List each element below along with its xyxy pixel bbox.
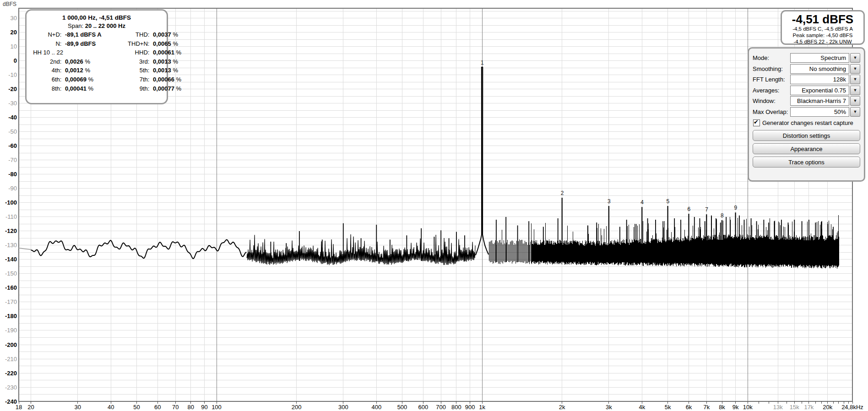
svg-text:-130: -130: [5, 242, 17, 249]
h4-label: 4th:: [30, 67, 63, 74]
svg-text:800: 800: [451, 404, 461, 411]
svg-text:2: 2: [561, 190, 564, 196]
max-overlap-value[interactable]: 50%: [790, 107, 849, 117]
svg-text:-220: -220: [5, 370, 17, 377]
smoothing-label: Smoothing:: [753, 65, 790, 72]
h9-value: 0,00077 %: [153, 85, 181, 92]
averages-row: Averages: Exponential 0.75 ▼: [753, 85, 860, 96]
fft-length-row: FFT Length: 128k ▼: [753, 74, 860, 85]
svg-text:1: 1: [481, 59, 484, 66]
averages-label: Averages:: [753, 87, 790, 94]
chevron-down-icon[interactable]: ▼: [850, 75, 860, 84]
generator-restart-row: Generator changes restart capture: [753, 118, 860, 128]
level-band: -4,5 dBFS 22 - 22k UNW: [782, 38, 863, 45]
mode-select[interactable]: Spectrum ▼: [790, 53, 860, 63]
span-label: Span:: [68, 22, 83, 29]
smoothing-select[interactable]: No smoothing ▼: [790, 64, 860, 74]
generator-restart-checkbox[interactable]: [753, 119, 760, 126]
svg-text:900: 900: [465, 404, 475, 411]
level-peak-sample: Peak sample: -4,50 dBFS: [782, 32, 863, 38]
h7-value: 0,00066 %: [153, 76, 181, 83]
svg-text:-100: -100: [5, 199, 17, 206]
n-value: -89,9 dBFS: [65, 40, 111, 47]
window-row: Window: Blackman-Harris 7 ▼: [753, 96, 860, 107]
svg-text:300: 300: [338, 404, 348, 411]
svg-text:-230: -230: [5, 384, 17, 391]
trace-options-button[interactable]: Trace options: [753, 157, 860, 168]
appearance-button[interactable]: Appearance: [753, 143, 860, 154]
thd-value: 0,0037 %: [153, 31, 181, 38]
nd-label: N+D:: [30, 31, 63, 38]
window-select[interactable]: Blackman-Harris 7 ▼: [790, 96, 860, 106]
svg-text:9: 9: [734, 205, 738, 211]
svg-text:4k: 4k: [639, 404, 645, 411]
distortion-settings-button[interactable]: Distortion settings: [753, 130, 860, 141]
hh-label: HH 10 .. 22: [30, 49, 63, 56]
chevron-down-icon[interactable]: ▼: [850, 64, 860, 74]
hhd-value: 0,00061 %: [153, 49, 181, 56]
svg-text:-150: -150: [5, 270, 17, 277]
level-value: -4,51 dBFS: [782, 13, 863, 26]
svg-text:-20: -20: [8, 86, 17, 92]
h6-value: 0,00069 %: [65, 76, 111, 83]
svg-text:8: 8: [721, 212, 724, 219]
svg-text:80: 80: [188, 404, 194, 411]
svg-text:600: 600: [418, 404, 429, 411]
smoothing-value[interactable]: No smoothing: [790, 64, 849, 74]
svg-text:-60: -60: [8, 142, 17, 149]
level-weighted: -4,5 dBFS C, -4,5 dBFS A: [782, 26, 863, 32]
chevron-down-icon[interactable]: ▼: [850, 96, 860, 106]
svg-text:500: 500: [397, 404, 407, 411]
thd-label: THD:: [113, 31, 151, 38]
h3-value: 0,0013 %: [153, 58, 181, 65]
fft-length-select[interactable]: 128k ▼: [790, 75, 860, 84]
fft-length-label: FFT Length:: [753, 76, 790, 83]
max-overlap-select[interactable]: 50% ▼: [790, 107, 860, 117]
window-value[interactable]: Blackman-Harris 7: [790, 96, 849, 106]
svg-text:6k: 6k: [686, 404, 692, 411]
svg-text:5: 5: [667, 198, 670, 205]
svg-text:5k: 5k: [665, 404, 671, 411]
span-value: 20 .. 22 000 Hz: [85, 22, 125, 29]
svg-text:-240: -240: [5, 398, 17, 405]
svg-text:-200: -200: [5, 341, 17, 348]
svg-text:-170: -170: [5, 298, 17, 305]
svg-text:-180: -180: [5, 313, 17, 319]
chevron-down-icon[interactable]: ▼: [850, 86, 860, 95]
hhd-label: HHD:: [113, 49, 151, 56]
chevron-down-icon[interactable]: ▼: [850, 107, 860, 117]
svg-text:100: 100: [212, 404, 222, 411]
svg-text:17k: 17k: [804, 404, 814, 411]
svg-text:8k: 8k: [719, 404, 725, 411]
svg-text:3: 3: [608, 198, 611, 205]
svg-text:2k: 2k: [559, 404, 565, 411]
fft-length-value[interactable]: 128k: [790, 75, 849, 84]
svg-text:-40: -40: [8, 114, 17, 121]
max-overlap-row: Max Overlap: 50% ▼: [753, 107, 860, 118]
svg-text:15k: 15k: [790, 404, 799, 411]
averages-select[interactable]: Exponential 0.75 ▼: [790, 86, 860, 95]
mode-value[interactable]: Spectrum: [790, 53, 849, 63]
chevron-down-icon[interactable]: ▼: [850, 53, 860, 63]
h8-value: 0,00041 %: [65, 85, 111, 92]
analyzer-controls-panel: Mode: Spectrum ▼ Smoothing: No smoothing…: [748, 47, 865, 182]
h7-label: 7th:: [113, 76, 151, 83]
distortion-readout-grid: N+D: -89,1 dBFS A THD: 0,0037 % N: -89,9…: [30, 31, 163, 92]
svg-text:13k: 13k: [773, 404, 783, 411]
svg-text:-110: -110: [5, 213, 17, 220]
measurement-readout-box: 1 000,00 Hz, -4,51 dBFS Span: 20 .. 22 0…: [25, 9, 168, 104]
thdn-value: 0,0065 %: [153, 40, 181, 47]
svg-text:10: 10: [11, 43, 17, 50]
svg-text:10k: 10k: [743, 404, 753, 411]
svg-text:40: 40: [108, 404, 114, 411]
svg-text:-10: -10: [8, 71, 17, 78]
svg-text:20k: 20k: [823, 404, 832, 411]
thdn-label: THD+N:: [113, 40, 151, 47]
svg-text:-50: -50: [8, 128, 17, 135]
h9-label: 9th:: [113, 85, 151, 92]
svg-text:50: 50: [133, 404, 140, 411]
svg-text:700: 700: [436, 404, 446, 411]
svg-text:30: 30: [74, 404, 81, 411]
averages-value[interactable]: Exponential 0.75: [790, 86, 849, 95]
svg-text:0: 0: [14, 57, 17, 64]
